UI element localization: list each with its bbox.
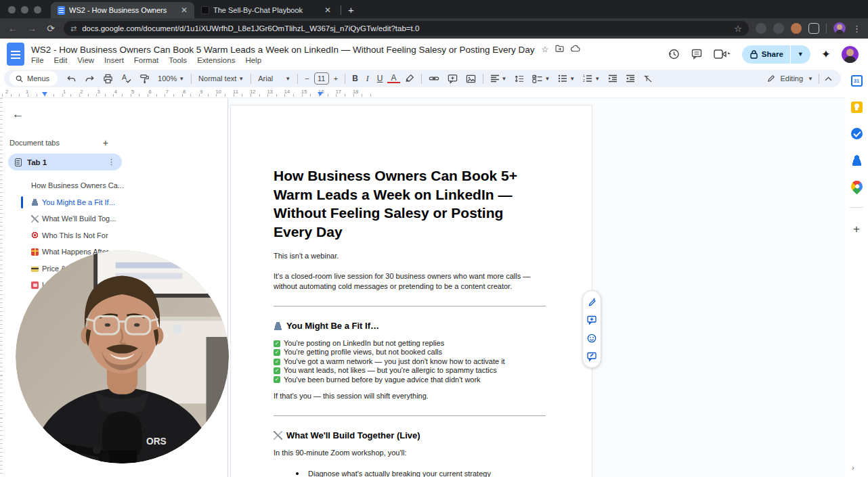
move-folder-icon[interactable] bbox=[555, 45, 564, 54]
extension-droplet-icon[interactable] bbox=[756, 23, 766, 34]
checklist-item[interactable]: ✓You're posting on LinkedIn but not gett… bbox=[274, 339, 546, 348]
share-dropdown-caret[interactable]: ▼ bbox=[791, 51, 810, 58]
share-button[interactable]: Share ▼ bbox=[742, 45, 810, 64]
forward-icon[interactable]: → bbox=[26, 23, 38, 34]
document-title[interactable]: WS2 - How Business Owners Can Book 5 War… bbox=[31, 45, 535, 55]
add-addon-icon[interactable]: + bbox=[853, 223, 860, 236]
close-tab-icon[interactable]: ✕ bbox=[179, 5, 189, 15]
bookmark-star-icon[interactable]: ☆ bbox=[734, 24, 742, 34]
back-icon[interactable]: ← bbox=[7, 23, 19, 34]
horizontal-ruler[interactable]: 21123456789101112131415161718 bbox=[0, 88, 845, 98]
reload-icon[interactable]: ⟳ bbox=[45, 23, 57, 34]
docs-profile-avatar[interactable] bbox=[842, 46, 859, 63]
menu-edit[interactable]: Edit bbox=[54, 56, 68, 64]
site-info-icon[interactable]: ⇄ bbox=[70, 24, 77, 33]
close-window-button[interactable] bbox=[8, 6, 16, 14]
keep-icon[interactable] bbox=[851, 101, 863, 113]
add-tab-icon[interactable]: + bbox=[103, 137, 108, 148]
url-text[interactable]: docs.google.com/document/d/1u1iXUWrfhD_L… bbox=[82, 24, 729, 32]
document-page[interactable]: How Business Owners Can Book 5+ Warm Lea… bbox=[230, 105, 592, 477]
extensions-puzzle-icon[interactable] bbox=[808, 23, 819, 34]
checklist-icon[interactable]: ▼ bbox=[529, 74, 553, 83]
outline-item[interactable]: How Business Owners Ca... bbox=[0, 177, 227, 194]
expand-panel-icon[interactable]: › bbox=[852, 463, 854, 472]
address-bar[interactable]: ⇄ docs.google.com/document/d/1u1iXUWrfhD… bbox=[64, 21, 749, 36]
document-tab-1[interactable]: Tab 1 ⋮ bbox=[8, 154, 122, 171]
checklist-item[interactable]: ✓You're getting profile views, but not b… bbox=[274, 348, 546, 357]
emoji-reaction-icon[interactable] bbox=[587, 334, 596, 343]
calendar-icon[interactable]: 31 bbox=[851, 75, 863, 87]
text-color-button[interactable]: A bbox=[387, 74, 399, 83]
menu-extensions[interactable]: Extensions bbox=[197, 56, 235, 64]
decrease-indent-icon[interactable] bbox=[605, 74, 621, 83]
tab-options-icon[interactable]: ⋮ bbox=[108, 158, 115, 166]
tasks-icon[interactable] bbox=[851, 128, 863, 139]
bold-button[interactable]: B bbox=[349, 74, 362, 83]
paint-format-icon[interactable] bbox=[136, 74, 153, 84]
minimize-window-button[interactable] bbox=[21, 6, 28, 14]
help-me-write-icon[interactable] bbox=[587, 297, 596, 306]
underline-button[interactable]: U bbox=[374, 74, 387, 83]
hide-menus-icon[interactable] bbox=[821, 76, 836, 81]
menu-file[interactable]: File bbox=[31, 56, 44, 64]
extension-cookie-icon[interactable] bbox=[791, 23, 802, 34]
menu-insert[interactable]: Insert bbox=[104, 56, 124, 64]
new-tab-button[interactable]: + bbox=[344, 4, 361, 18]
contacts-icon[interactable] bbox=[851, 154, 863, 166]
highlight-color-icon[interactable] bbox=[402, 74, 418, 83]
zoom-select[interactable]: 100%▼ bbox=[154, 74, 188, 83]
star-document-icon[interactable]: ☆ bbox=[542, 45, 549, 54]
suggest-edits-icon[interactable] bbox=[587, 352, 596, 361]
doc-paragraph[interactable]: It's a closed-room live session for 30 b… bbox=[274, 271, 546, 292]
align-icon[interactable]: ▼ bbox=[487, 74, 511, 83]
version-history-icon[interactable] bbox=[668, 48, 680, 60]
extension-circle-icon[interactable] bbox=[773, 23, 784, 34]
increase-font-size-button[interactable]: + bbox=[330, 74, 341, 83]
checklist-item[interactable]: ✓You've been burned before by vague advi… bbox=[274, 376, 546, 384]
window-controls[interactable] bbox=[0, 6, 51, 18]
outline-item[interactable]: Who This Is Not For bbox=[0, 227, 227, 244]
browser-menu-icon[interactable]: ⋮ bbox=[852, 24, 861, 34]
doc-paragraph[interactable]: In this 90-minute Zoom workshop, you'll: bbox=[274, 448, 546, 458]
insert-image-icon[interactable] bbox=[462, 74, 479, 84]
checklist-item[interactable]: ✓You've got a warm network — you just do… bbox=[274, 357, 546, 366]
italic-button[interactable]: I bbox=[363, 74, 372, 84]
undo-icon[interactable] bbox=[63, 74, 80, 83]
font-size-input[interactable]: 11 bbox=[314, 72, 329, 85]
outline-item[interactable]: What We'll Build Tog... bbox=[0, 210, 227, 227]
paragraph-style-select[interactable]: Normal text▼ bbox=[195, 74, 247, 83]
decrease-font-size-button[interactable]: − bbox=[301, 74, 312, 83]
search-menus-button[interactable]: Menus bbox=[9, 71, 58, 86]
browser-tab-docs[interactable]: WS2 - How Business Owners ✕ bbox=[51, 2, 194, 18]
bulleted-list-icon[interactable]: ▼ bbox=[555, 74, 578, 83]
close-sidebar-icon[interactable]: ← bbox=[12, 108, 227, 121]
comments-icon[interactable] bbox=[691, 48, 703, 60]
font-select[interactable]: Arial▼ bbox=[255, 74, 294, 83]
redo-icon[interactable] bbox=[81, 74, 98, 83]
bullet-item[interactable]: Diagnose what's actually breaking your c… bbox=[274, 470, 546, 477]
doc-paragraph[interactable]: If that's you — this session will shift … bbox=[274, 391, 546, 401]
outline-item[interactable]: You Might Be a Fit If... bbox=[0, 194, 227, 211]
print-icon[interactable] bbox=[100, 74, 116, 84]
clear-formatting-icon[interactable]: T bbox=[640, 74, 656, 83]
left-indent-marker[interactable] bbox=[42, 92, 47, 96]
line-spacing-icon[interactable] bbox=[511, 74, 527, 83]
close-tab-icon[interactable]: ✕ bbox=[323, 5, 332, 15]
insert-link-icon[interactable] bbox=[425, 74, 443, 83]
google-docs-logo[interactable] bbox=[7, 43, 24, 66]
spellcheck-icon[interactable]: A bbox=[118, 74, 135, 84]
browser-profile-avatar[interactable] bbox=[833, 22, 846, 35]
zoom-window-button[interactable] bbox=[34, 6, 41, 14]
doc-heading-1[interactable]: How Business Owners Can Book 5+ Warm Lea… bbox=[274, 166, 546, 241]
checklist-item[interactable]: ✓You want leads, not likes — but you're … bbox=[274, 366, 546, 375]
browser-tab-playbook[interactable]: The Sell-By-Chat Playbook ✕ bbox=[194, 2, 338, 18]
doc-paragraph[interactable]: This isn't a webinar. bbox=[274, 251, 546, 261]
right-indent-marker[interactable] bbox=[318, 92, 323, 96]
gemini-sparkle-icon[interactable]: ✦ bbox=[821, 47, 831, 62]
add-comment-icon[interactable] bbox=[444, 74, 461, 84]
meet-video-icon[interactable] bbox=[714, 49, 731, 60]
numbered-list-icon[interactable]: 12▼ bbox=[580, 74, 603, 83]
menu-view[interactable]: View bbox=[77, 56, 94, 64]
add-comment-icon[interactable] bbox=[587, 315, 596, 325]
menu-help[interactable]: Help bbox=[245, 56, 261, 64]
